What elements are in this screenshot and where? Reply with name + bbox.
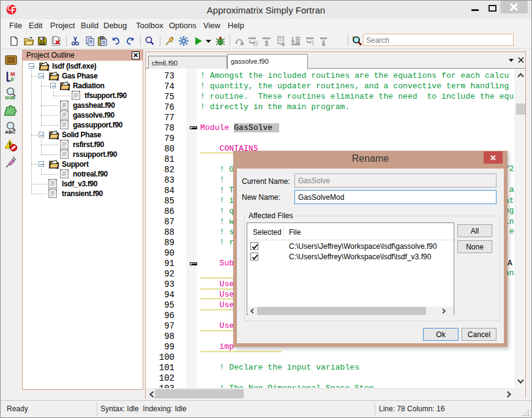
svg-text:F: F bbox=[11, 77, 15, 83]
svg-text:SUB: SUB bbox=[5, 95, 15, 100]
svg-text:ABC: ABC bbox=[5, 129, 16, 134]
